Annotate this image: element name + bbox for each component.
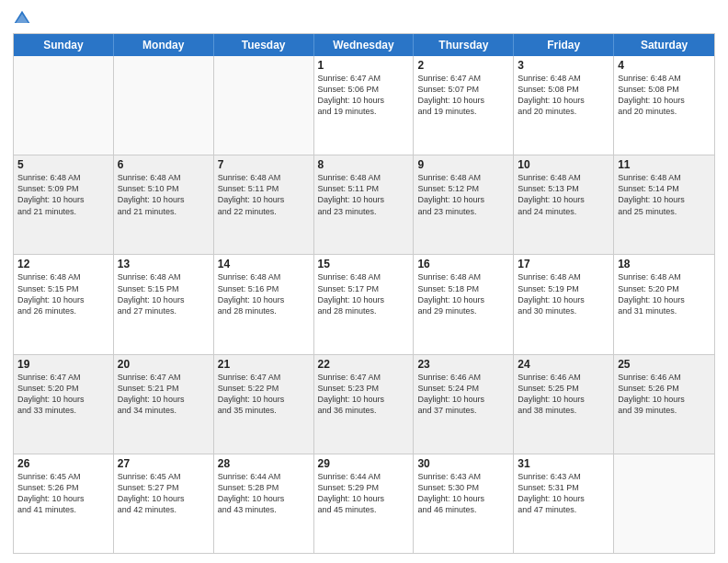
day-info: Sunrise: 6:46 AM Sunset: 5:26 PM Dayligh… <box>618 372 711 417</box>
day-info: Sunrise: 6:43 AM Sunset: 5:31 PM Dayligh… <box>518 471 609 516</box>
day-number: 10 <box>518 158 609 171</box>
day-cell-5: 5Sunrise: 6:48 AM Sunset: 5:09 PM Daylig… <box>14 155 114 254</box>
day-cell-1: 1Sunrise: 6:47 AM Sunset: 5:06 PM Daylig… <box>314 56 415 155</box>
day-cell-2: 2Sunrise: 6:47 AM Sunset: 5:07 PM Daylig… <box>414 56 514 155</box>
day-info: Sunrise: 6:48 AM Sunset: 5:11 PM Dayligh… <box>318 172 410 217</box>
day-cell-16: 16Sunrise: 6:48 AM Sunset: 5:18 PM Dayli… <box>414 255 514 353</box>
header-day-friday: Friday <box>514 34 614 56</box>
day-info: Sunrise: 6:48 AM Sunset: 5:08 PM Dayligh… <box>518 73 609 118</box>
day-cell-3: 3Sunrise: 6:48 AM Sunset: 5:08 PM Daylig… <box>514 56 614 155</box>
day-cell-7: 7Sunrise: 6:48 AM Sunset: 5:11 PM Daylig… <box>214 155 314 254</box>
empty-cell <box>114 56 214 155</box>
header-day-wednesday: Wednesday <box>314 34 415 56</box>
calendar-header-row: SundayMondayTuesdayWednesdayThursdayFrid… <box>14 34 714 56</box>
day-cell-13: 13Sunrise: 6:48 AM Sunset: 5:15 PM Dayli… <box>114 255 214 353</box>
day-number: 16 <box>417 258 509 270</box>
header-day-tuesday: Tuesday <box>214 34 314 56</box>
calendar-row-4: 19Sunrise: 6:47 AM Sunset: 5:20 PM Dayli… <box>14 354 714 454</box>
day-cell-17: 17Sunrise: 6:48 AM Sunset: 5:19 PM Dayli… <box>514 255 614 353</box>
day-cell-26: 26Sunrise: 6:45 AM Sunset: 5:26 PM Dayli… <box>14 454 114 553</box>
day-number: 19 <box>17 358 109 371</box>
day-info: Sunrise: 6:47 AM Sunset: 5:06 PM Dayligh… <box>318 73 410 118</box>
day-info: Sunrise: 6:48 AM Sunset: 5:15 PM Dayligh… <box>17 271 109 316</box>
day-number: 27 <box>118 457 210 470</box>
calendar-row-2: 5Sunrise: 6:48 AM Sunset: 5:09 PM Daylig… <box>14 155 714 254</box>
header-day-sunday: Sunday <box>14 34 114 56</box>
page: SundayMondayTuesdayWednesdayThursdayFrid… <box>0 0 728 563</box>
day-info: Sunrise: 6:48 AM Sunset: 5:20 PM Dayligh… <box>618 271 711 316</box>
day-info: Sunrise: 6:46 AM Sunset: 5:25 PM Dayligh… <box>518 372 609 417</box>
day-cell-28: 28Sunrise: 6:44 AM Sunset: 5:28 PM Dayli… <box>214 454 314 553</box>
empty-cell <box>214 56 314 155</box>
calendar-body: 1Sunrise: 6:47 AM Sunset: 5:06 PM Daylig… <box>14 56 714 553</box>
day-number: 24 <box>518 358 609 371</box>
header-day-saturday: Saturday <box>614 34 714 56</box>
day-cell-8: 8Sunrise: 6:48 AM Sunset: 5:11 PM Daylig… <box>314 155 415 254</box>
logo-icon <box>13 9 31 28</box>
day-number: 23 <box>417 358 509 371</box>
day-number: 29 <box>318 457 410 470</box>
day-number: 5 <box>17 158 109 171</box>
day-info: Sunrise: 6:48 AM Sunset: 5:19 PM Dayligh… <box>518 271 609 316</box>
logo <box>13 9 35 28</box>
day-number: 22 <box>318 358 410 371</box>
day-info: Sunrise: 6:47 AM Sunset: 5:23 PM Dayligh… <box>318 372 410 417</box>
day-info: Sunrise: 6:48 AM Sunset: 5:11 PM Dayligh… <box>218 172 310 217</box>
day-number: 15 <box>318 258 410 270</box>
day-number: 17 <box>518 258 609 270</box>
day-number: 8 <box>318 158 410 171</box>
empty-cell <box>614 454 714 553</box>
day-number: 28 <box>218 457 310 470</box>
day-cell-6: 6Sunrise: 6:48 AM Sunset: 5:10 PM Daylig… <box>114 155 214 254</box>
calendar-row-1: 1Sunrise: 6:47 AM Sunset: 5:06 PM Daylig… <box>14 56 714 155</box>
day-info: Sunrise: 6:48 AM Sunset: 5:10 PM Dayligh… <box>118 172 210 217</box>
day-cell-25: 25Sunrise: 6:46 AM Sunset: 5:26 PM Dayli… <box>614 355 714 454</box>
day-info: Sunrise: 6:48 AM Sunset: 5:15 PM Dayligh… <box>118 271 210 316</box>
day-info: Sunrise: 6:44 AM Sunset: 5:28 PM Dayligh… <box>218 471 310 516</box>
day-number: 7 <box>218 158 310 171</box>
day-number: 6 <box>118 158 210 171</box>
day-number: 18 <box>618 258 711 270</box>
day-cell-27: 27Sunrise: 6:45 AM Sunset: 5:27 PM Dayli… <box>114 454 214 553</box>
calendar-row-5: 26Sunrise: 6:45 AM Sunset: 5:26 PM Dayli… <box>14 454 714 553</box>
day-number: 12 <box>17 258 109 270</box>
day-cell-11: 11Sunrise: 6:48 AM Sunset: 5:14 PM Dayli… <box>614 155 714 254</box>
day-info: Sunrise: 6:45 AM Sunset: 5:27 PM Dayligh… <box>118 471 210 516</box>
day-cell-12: 12Sunrise: 6:48 AM Sunset: 5:15 PM Dayli… <box>14 255 114 353</box>
day-info: Sunrise: 6:48 AM Sunset: 5:08 PM Dayligh… <box>618 73 711 118</box>
day-info: Sunrise: 6:48 AM Sunset: 5:13 PM Dayligh… <box>518 172 609 217</box>
day-info: Sunrise: 6:47 AM Sunset: 5:22 PM Dayligh… <box>218 372 310 417</box>
day-cell-14: 14Sunrise: 6:48 AM Sunset: 5:16 PM Dayli… <box>214 255 314 353</box>
day-cell-4: 4Sunrise: 6:48 AM Sunset: 5:08 PM Daylig… <box>614 56 714 155</box>
header-day-monday: Monday <box>114 34 214 56</box>
header <box>13 9 715 28</box>
day-number: 3 <box>518 59 609 72</box>
day-cell-9: 9Sunrise: 6:48 AM Sunset: 5:12 PM Daylig… <box>414 155 514 254</box>
calendar: SundayMondayTuesdayWednesdayThursdayFrid… <box>13 33 715 554</box>
day-number: 13 <box>118 258 210 270</box>
day-info: Sunrise: 6:43 AM Sunset: 5:30 PM Dayligh… <box>417 471 509 516</box>
day-number: 21 <box>218 358 310 371</box>
day-cell-21: 21Sunrise: 6:47 AM Sunset: 5:22 PM Dayli… <box>214 355 314 454</box>
day-number: 14 <box>218 258 310 270</box>
day-cell-19: 19Sunrise: 6:47 AM Sunset: 5:20 PM Dayli… <box>14 355 114 454</box>
empty-cell <box>14 56 114 155</box>
day-info: Sunrise: 6:48 AM Sunset: 5:09 PM Dayligh… <box>17 172 109 217</box>
day-info: Sunrise: 6:48 AM Sunset: 5:16 PM Dayligh… <box>218 271 310 316</box>
day-cell-20: 20Sunrise: 6:47 AM Sunset: 5:21 PM Dayli… <box>114 355 214 454</box>
day-info: Sunrise: 6:48 AM Sunset: 5:18 PM Dayligh… <box>417 271 509 316</box>
day-number: 2 <box>417 59 509 72</box>
day-info: Sunrise: 6:47 AM Sunset: 5:07 PM Dayligh… <box>417 73 509 118</box>
header-day-thursday: Thursday <box>414 34 514 56</box>
calendar-row-3: 12Sunrise: 6:48 AM Sunset: 5:15 PM Dayli… <box>14 254 714 353</box>
day-cell-23: 23Sunrise: 6:46 AM Sunset: 5:24 PM Dayli… <box>414 355 514 454</box>
day-number: 25 <box>618 358 711 371</box>
day-info: Sunrise: 6:44 AM Sunset: 5:29 PM Dayligh… <box>318 471 410 516</box>
day-number: 11 <box>618 158 711 171</box>
day-info: Sunrise: 6:46 AM Sunset: 5:24 PM Dayligh… <box>417 372 509 417</box>
day-cell-10: 10Sunrise: 6:48 AM Sunset: 5:13 PM Dayli… <box>514 155 614 254</box>
day-cell-24: 24Sunrise: 6:46 AM Sunset: 5:25 PM Dayli… <box>514 355 614 454</box>
day-cell-22: 22Sunrise: 6:47 AM Sunset: 5:23 PM Dayli… <box>314 355 415 454</box>
day-cell-29: 29Sunrise: 6:44 AM Sunset: 5:29 PM Dayli… <box>314 454 415 553</box>
day-info: Sunrise: 6:47 AM Sunset: 5:20 PM Dayligh… <box>17 372 109 417</box>
